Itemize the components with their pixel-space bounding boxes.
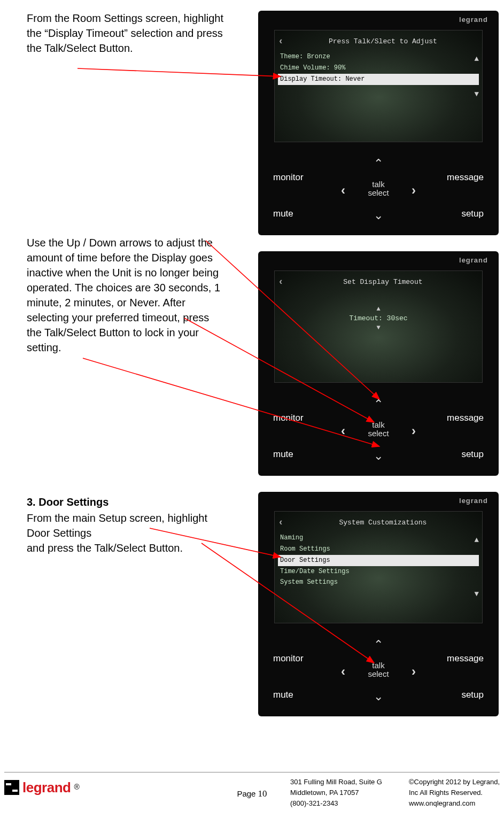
device-nav-pad: monitor mute message setup ⌃ ⌄ ‹ › talks… bbox=[258, 150, 499, 230]
door-settings-heading: 3. Door Settings bbox=[27, 495, 224, 509]
setup-label: setup bbox=[461, 689, 484, 701]
dpad-up-icon: ⌃ bbox=[374, 156, 383, 172]
dpad-up-icon: ⌃ bbox=[374, 637, 383, 653]
instruction-step-3: 3. Door Settings From the main Setup scr… bbox=[27, 495, 224, 555]
menu-item: Theme: Bronze bbox=[278, 51, 479, 63]
mute-label: mute bbox=[273, 689, 293, 701]
back-icon: ‹ bbox=[278, 516, 284, 529]
setup-label: setup bbox=[461, 448, 484, 461]
back-icon: ‹ bbox=[278, 275, 284, 289]
back-icon: ‹ bbox=[278, 35, 284, 48]
menu-item: Room Settings bbox=[278, 544, 479, 555]
device-nav-pad: monitor mute message setup ⌃ ⌄ ‹ › talks… bbox=[258, 390, 499, 470]
instruction-step-3a: From the main Setup screen, highlight Do… bbox=[27, 511, 224, 540]
chevron-up-icon: ▲ bbox=[475, 54, 479, 65]
chevron-up-icon: ▲ bbox=[278, 305, 479, 314]
monitor-label: monitor bbox=[273, 652, 304, 665]
chevron-down-icon: ▼ bbox=[475, 589, 479, 600]
menu-item: Door Settings bbox=[278, 555, 479, 566]
menu-item: System Settings bbox=[278, 577, 479, 588]
page-number-label: Page 10 bbox=[237, 787, 267, 800]
device-brand-label: legrand bbox=[459, 256, 488, 265]
dpad-right-icon: › bbox=[412, 181, 416, 199]
setup-label: setup bbox=[461, 207, 484, 220]
screen-title: System Customizations bbox=[287, 518, 479, 528]
footer-copyright: ©Copyright 2012 by Legrand, Inc All Righ… bbox=[409, 777, 500, 809]
device-nav-pad: monitor mute message setup ⌃ ⌄ ‹ › talks… bbox=[258, 631, 499, 711]
dpad-down-icon: ⌄ bbox=[374, 448, 383, 465]
dpad-left-icon: ‹ bbox=[341, 422, 345, 440]
device-screenshot-system-customizations: legrand ‹ System Customizations NamingRo… bbox=[258, 492, 499, 716]
message-label: message bbox=[447, 412, 484, 424]
dpad-right-icon: › bbox=[412, 662, 416, 681]
message-label: message bbox=[447, 652, 484, 665]
menu-item: Display Timeout: Never bbox=[278, 74, 479, 85]
chevron-down-icon: ▼ bbox=[475, 89, 479, 100]
dpad-left-icon: ‹ bbox=[341, 181, 345, 199]
talk-select-label: talkselect bbox=[368, 421, 389, 438]
device-screenshot-display-timeout: legrand ‹ Set Display Timeout ▲ Timeout:… bbox=[258, 251, 499, 476]
dpad-right-icon: › bbox=[412, 422, 416, 440]
dpad-left-icon: ‹ bbox=[341, 662, 345, 681]
callout-arrow bbox=[77, 68, 281, 76]
dpad-down-icon: ⌄ bbox=[374, 689, 383, 705]
registered-icon: ® bbox=[74, 782, 79, 793]
monitor-label: monitor bbox=[273, 171, 304, 184]
menu-item: Time/Date Settings bbox=[278, 566, 479, 577]
device-screen: ‹ Set Display Timeout ▲ Timeout: 30sec ▼ bbox=[274, 271, 483, 383]
message-label: message bbox=[447, 171, 484, 184]
instruction-step-1: From the Room Settings screen, highlight… bbox=[27, 11, 224, 56]
device-brand-label: legrand bbox=[459, 496, 488, 506]
dpad-down-icon: ⌄ bbox=[374, 207, 383, 224]
device-brand-label: legrand bbox=[459, 15, 488, 25]
chevron-down-icon: ▼ bbox=[278, 323, 479, 333]
legrand-logo: legrand® bbox=[4, 778, 80, 797]
device-screenshot-room-settings: legrand ‹ Press Talk/Slect to Adjust The… bbox=[258, 11, 499, 235]
mute-label: mute bbox=[273, 207, 293, 220]
menu-item: Chime Volume: 90% bbox=[278, 63, 479, 74]
chevron-up-icon: ▲ bbox=[475, 535, 479, 546]
instruction-step-3b: and press the Talk/Select Button. bbox=[27, 540, 224, 555]
logo-text: legrand bbox=[22, 778, 71, 797]
timeout-value: Timeout: 30sec bbox=[349, 314, 407, 322]
talk-select-label: talkselect bbox=[368, 661, 389, 678]
instruction-step-2: Use the Up / Down arrows to adjust the a… bbox=[27, 235, 224, 355]
mute-label: mute bbox=[273, 448, 293, 461]
dpad-up-icon: ⌃ bbox=[374, 396, 383, 413]
logo-mark-icon bbox=[4, 780, 19, 795]
device-screen: ‹ Press Talk/Slect to Adjust Theme: Bron… bbox=[274, 30, 483, 142]
screen-title: Press Talk/Slect to Adjust bbox=[287, 37, 479, 47]
page-footer: legrand® Page 10 301 Fulling Mill Road, … bbox=[4, 772, 500, 815]
menu-item: Naming bbox=[278, 532, 479, 544]
talk-select-label: talkselect bbox=[368, 180, 389, 197]
device-screen: ‹ System Customizations NamingRoom Setti… bbox=[274, 511, 483, 623]
monitor-label: monitor bbox=[273, 412, 304, 424]
screen-title: Set Display Timeout bbox=[287, 277, 479, 287]
footer-address: 301 Fulling Mill Road, Suite G Middletow… bbox=[290, 777, 382, 809]
